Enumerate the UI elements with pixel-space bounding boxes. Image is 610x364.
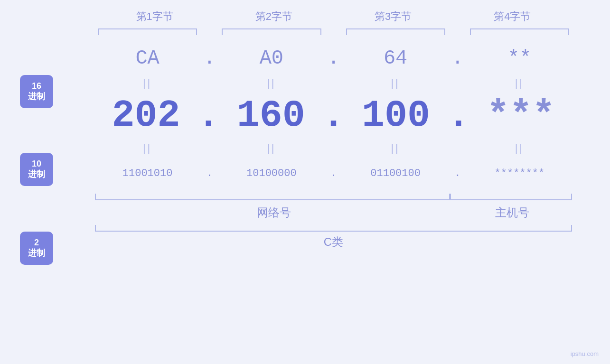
col-header-2: 第2字节 (214, 9, 333, 24)
dec-val-2: 160 (220, 97, 322, 135)
hex-val-4: ** (467, 47, 572, 70)
class-row: C类 (95, 225, 572, 250)
eq-row-2: || || || || (95, 140, 572, 157)
bin-row: 11001010 . 10100000 . 01100100 . *******… (95, 157, 572, 190)
dec-dot-1: . (197, 94, 220, 138)
bin-val-3: 01100100 (343, 168, 448, 179)
class-label: C类 (95, 234, 572, 250)
content-area: 第1字节 第2字节 第3字节 第4字节 CA . A0 (28, 0, 582, 250)
dec-dot-2: . (322, 94, 345, 138)
bin-dot-2: . (324, 168, 343, 179)
eq-1: || (95, 77, 200, 90)
eq-4: || (467, 77, 572, 90)
network-label: 网络号 (95, 205, 453, 220)
eq2-3: || (343, 142, 448, 154)
dec-val-3: 100 (345, 97, 447, 135)
hex-row: CA . A0 . 64 . ** (95, 42, 572, 75)
col-header-3: 第3字节 (334, 9, 453, 24)
hex-dot-1: . (200, 47, 219, 70)
bin-val-4: ******** (467, 168, 572, 179)
bracket-1 (98, 28, 197, 35)
bin-dot-1: . (200, 168, 219, 179)
eq-2: || (219, 77, 324, 90)
main-container: 16进制 10进制 2进制 第1字节 第2字节 第3字节 第4字节 (0, 0, 610, 364)
bracket-3 (346, 28, 445, 35)
bracket-2 (222, 28, 321, 35)
class-bracket (95, 225, 572, 232)
bin-val-2: 10100000 (219, 168, 324, 179)
dec-row: 202 . 160 . 100 . *** (95, 92, 572, 140)
hex-dot-2: . (324, 47, 343, 70)
col-header-1: 第1字节 (95, 9, 214, 24)
dec-dot-3: . (447, 94, 470, 138)
hex-dot-3: . (448, 47, 467, 70)
eq-3: || (343, 77, 448, 90)
bottom-bracket-row (95, 194, 572, 203)
hex-val-2: A0 (219, 47, 324, 70)
dec-val-1: 202 (95, 97, 197, 135)
top-bracket-row (95, 28, 572, 37)
bin-val-1: 11001010 (95, 168, 200, 179)
col-header-4: 第4字节 (453, 9, 572, 24)
eq-row-1: || || || || (95, 75, 572, 92)
eq2-1: || (95, 142, 200, 154)
column-headers: 第1字节 第2字节 第3字节 第4字节 (95, 9, 572, 24)
eq2-2: || (219, 142, 324, 154)
network-host-labels: 网络号 主机号 (95, 205, 572, 220)
eq2-4: || (467, 142, 572, 154)
bin-dot-3: . (448, 168, 467, 179)
dec-val-4: *** (470, 97, 572, 135)
hex-val-1: CA (95, 47, 200, 70)
host-label: 主机号 (453, 205, 572, 220)
watermark: ipshu.com (571, 350, 599, 357)
host-bracket (450, 194, 572, 200)
network-bracket (95, 194, 450, 200)
hex-val-3: 64 (343, 47, 448, 70)
bracket-4 (470, 28, 569, 35)
